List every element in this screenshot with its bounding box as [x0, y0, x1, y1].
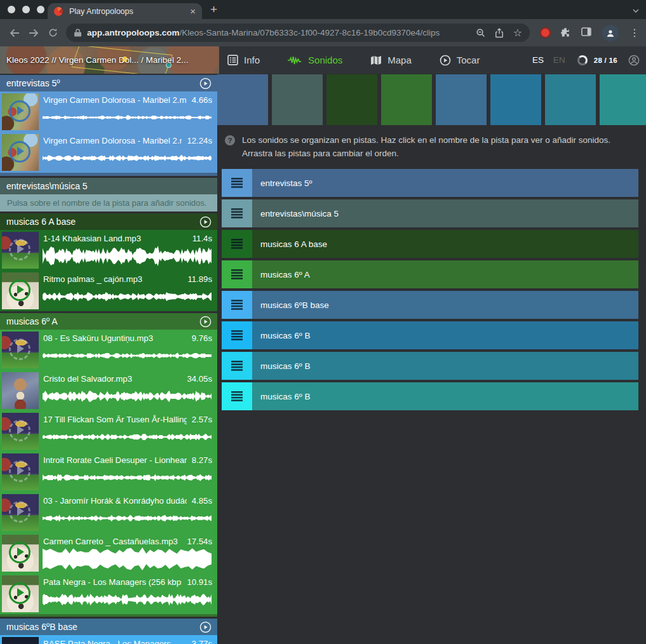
sound-clip[interactable]: Carmen Carreto _ Castañuelas.mp317.54s	[0, 533, 217, 574]
clip-thumbnail[interactable]	[2, 453, 39, 490]
close-window-icon[interactable]	[8, 6, 15, 13]
zoom-window-icon[interactable]	[37, 6, 44, 13]
browser-tab[interactable]: Play Antropoloops ×	[48, 3, 202, 19]
address-bar[interactable]: app.antropoloops.com /Kleos-Santa-Marina…	[66, 23, 530, 42]
track-row[interactable]: entrevistas 5º	[222, 169, 638, 197]
clip-waveform[interactable]	[43, 146, 212, 170]
track-name-button[interactable]: musicas 6º B	[252, 352, 638, 380]
bookmark-star-icon[interactable]: ☆	[513, 28, 522, 38]
clip-filename[interactable]: Cristo del Salvador.mp3	[43, 374, 182, 384]
clip-waveform[interactable]	[43, 547, 212, 571]
clip-thumbnail[interactable]	[2, 575, 39, 612]
track-play-button-icon[interactable]	[199, 77, 212, 90]
track-row[interactable]: musicas 6 A base	[222, 230, 638, 258]
track-color-square-8[interactable]	[600, 74, 646, 125]
sound-clip[interactable]: 08 - Es Sakūru Uguntiņu.mp39.76s	[0, 330, 217, 370]
forward-icon[interactable]	[24, 23, 43, 43]
sidebar-track-header[interactable]: entrevistas 5º	[0, 75, 217, 91]
track-color-square-2[interactable]	[272, 74, 323, 125]
clip-thumbnail[interactable]	[2, 93, 39, 130]
account-icon[interactable]	[628, 55, 640, 66]
sound-clip[interactable]: Virgen Carmen Dolorosa - Maribel 2.mp34.…	[0, 91, 217, 132]
track-name-button[interactable]: musicas 6ºB base	[252, 291, 638, 319]
map-thumbnail-banner[interactable]: Kleos 2022 // Virgen Carmen Dol... / Mar…	[0, 46, 219, 74]
sound-clip[interactable]: Virgen Carmen Dolorosa - Maribel 2.mp312…	[0, 132, 217, 173]
track-play-button-icon[interactable]	[199, 316, 212, 328]
track-name-button[interactable]: musicas 6 A base	[252, 230, 638, 258]
back-icon[interactable]	[5, 23, 24, 43]
tab-search-chevron-icon[interactable]	[632, 6, 640, 17]
track-row[interactable]: musicas 6ºB base	[222, 291, 638, 319]
track-drag-handle-icon[interactable]	[222, 260, 252, 288]
clip-waveform[interactable]	[43, 466, 212, 490]
track-color-square-5[interactable]	[436, 74, 487, 125]
track-row[interactable]: musicas 6º B	[222, 382, 638, 410]
clip-play-button-icon[interactable]	[9, 100, 30, 122]
nav-tab-sonidos[interactable]: Sonidos	[288, 55, 342, 65]
clip-play-button-icon[interactable]	[9, 420, 30, 441]
track-drag-handle-icon[interactable]	[222, 382, 252, 410]
reload-icon[interactable]	[43, 23, 62, 43]
clip-filename[interactable]: 17 Till Flickan Som Är Tusen År-Halling …	[43, 415, 187, 424]
recording-extension-icon[interactable]	[541, 29, 549, 37]
clip-thumbnail[interactable]	[2, 413, 39, 450]
track-name-button[interactable]: musicas 6º A	[252, 260, 638, 288]
clip-waveform[interactable]	[43, 587, 212, 612]
clip-waveform[interactable]	[43, 506, 212, 530]
clip-waveform[interactable]	[43, 285, 212, 309]
track-color-square-6[interactable]	[490, 74, 541, 125]
breadcrumb[interactable]: Kleos 2022 // Virgen Carmen Dol... / Mar…	[6, 46, 188, 74]
clip-thumbnail[interactable]	[2, 637, 39, 644]
clip-filename[interactable]: Ritmo palmas _ cajón.mp3	[43, 274, 182, 284]
new-tab-button[interactable]: +	[210, 3, 217, 17]
clip-filename[interactable]: Virgen Carmen Dolorosa - Maribel 2.mp3	[43, 95, 187, 105]
clip-play-button-icon[interactable]	[9, 279, 30, 301]
macos-traffic-lights[interactable]	[8, 6, 44, 13]
track-color-square-7[interactable]	[545, 74, 596, 125]
language-es-button[interactable]: ES	[532, 55, 544, 65]
clip-waveform[interactable]	[43, 344, 212, 368]
clip-filename[interactable]: 08 - Es Sakūru Uguntiņu.mp3	[43, 333, 187, 343]
track-color-square-4[interactable]	[381, 74, 432, 125]
clip-play-button-icon[interactable]	[9, 582, 30, 604]
clip-waveform[interactable]	[43, 105, 212, 130]
sidebar-track-header[interactable]: musicas 6ºB base	[0, 619, 217, 635]
clip-thumbnail[interactable]	[2, 372, 39, 409]
clip-play-button-icon[interactable]	[9, 141, 30, 163]
track-color-square-1[interactable]	[217, 74, 268, 125]
sidebar-track-header[interactable]: musicas 6 A base	[0, 213, 217, 230]
clip-thumbnail[interactable]	[2, 332, 39, 368]
track-drag-handle-icon[interactable]	[222, 291, 252, 319]
clip-thumbnail[interactable]	[2, 232, 39, 269]
extensions-puzzle-icon[interactable]	[560, 27, 570, 39]
minimize-window-icon[interactable]	[22, 6, 30, 13]
browser-profile-avatar[interactable]	[602, 25, 619, 41]
clip-filename[interactable]: Introit Rorate Caeli Desuper - Lionheart…	[43, 455, 187, 465]
clip-play-button-icon[interactable]	[9, 239, 30, 260]
clip-thumbnail[interactable]	[2, 272, 39, 309]
clip-play-button-icon[interactable]	[9, 339, 30, 360]
lock-icon[interactable]	[74, 29, 81, 37]
clip-filename[interactable]: BASE Pata Negra - Los Managers	[43, 639, 187, 644]
clip-filename[interactable]: 03 - Jaromír Horák & Konrádyho dudácká .…	[43, 496, 187, 506]
language-en-button[interactable]: EN	[553, 55, 565, 65]
sound-clip[interactable]: Ritmo palmas _ cajón.mp311.89s	[0, 271, 217, 311]
clip-filename[interactable]: Virgen Carmen Dolorosa - Maribel 2.mp3	[43, 136, 182, 145]
clip-waveform[interactable]	[43, 425, 212, 449]
sound-clip[interactable]: Cristo del Salvador.mp334.05s	[0, 370, 217, 411]
track-row[interactable]: musicas 6º B	[222, 352, 638, 380]
share-icon[interactable]	[495, 28, 504, 38]
clip-play-button-icon[interactable]	[9, 542, 30, 563]
track-play-button-icon[interactable]	[199, 621, 212, 633]
nav-tab-tocar[interactable]: Tocar	[440, 55, 480, 66]
track-name-button[interactable]: entrevistas\música 5	[252, 199, 638, 227]
track-row[interactable]: entrevistas\música 5	[222, 199, 638, 227]
track-play-button-icon[interactable]	[199, 216, 212, 228]
clip-filename[interactable]: 1-14 Khakasian Land.mp3	[43, 234, 187, 243]
sidebar-track-header[interactable]: musicas 6º A	[0, 313, 217, 330]
track-drag-handle-icon[interactable]	[222, 321, 252, 349]
clip-waveform[interactable]	[43, 384, 212, 408]
track-drag-handle-icon[interactable]	[222, 230, 252, 258]
sidebar-track-header[interactable]: entrevistas\música 5	[0, 178, 217, 194]
nav-tab-mapa[interactable]: Mapa	[370, 55, 412, 65]
